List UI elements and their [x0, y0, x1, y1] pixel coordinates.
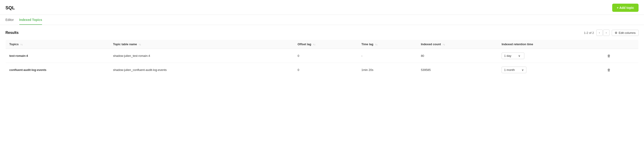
- cell-retention-1: 1 month ∨: [498, 63, 602, 77]
- retention-cell-0: 1 day ∨: [502, 52, 598, 59]
- sort-icon-offset-lag: ↑↓: [313, 43, 316, 46]
- topic-name-0: test-romain-4: [9, 54, 28, 58]
- retention-value-0: 1 day: [504, 54, 512, 58]
- cell-offset-lag-0: 0: [294, 49, 358, 63]
- col-header-offset-lag[interactable]: Offset lag ↑↓: [294, 40, 358, 49]
- sort-icon-topics: ↑↓: [20, 43, 23, 46]
- results-table: Topics ↑↓ Topic table name ↑↓ Offset lag…: [6, 40, 638, 77]
- cell-offset-lag-1: 0: [294, 63, 358, 77]
- cell-time-lag-0: -: [358, 49, 417, 63]
- col-label-topics: Topics: [9, 42, 18, 46]
- col-header-indexed-count[interactable]: Indexed count ↑↓: [417, 40, 498, 49]
- col-header-table-name[interactable]: Topic table name ↑↓: [110, 40, 294, 49]
- chevron-down-icon-1: ∨: [522, 68, 524, 72]
- gear-icon: ⚙: [615, 31, 618, 34]
- cell-action-1: 🗑: [602, 63, 638, 77]
- retention-dropdown-1[interactable]: 1 month ∨: [502, 66, 526, 73]
- delete-button-0[interactable]: 🗑: [606, 53, 612, 59]
- cell-table-name-1: shadow-julien_confluent-audit-log-events: [110, 63, 294, 77]
- cell-retention-0: 1 day ∨: [498, 49, 602, 63]
- results-controls: 1-2 of 2 ‹ › ⚙ Edit columns: [584, 30, 638, 36]
- table-row: confluent-audit-log-events shadow-julien…: [6, 63, 638, 77]
- col-label-indexed-count: Indexed count: [421, 42, 441, 46]
- retention-dropdown-0[interactable]: 1 day ∨: [502, 52, 524, 59]
- results-header: Results 1-2 of 2 ‹ › ⚙ Edit columns: [6, 30, 638, 36]
- col-label-table-name: Topic table name: [113, 42, 137, 46]
- chevron-down-icon: ∨: [518, 54, 520, 58]
- col-header-retention: Indexed retention time: [498, 40, 602, 49]
- pagination-info: 1-2 of 2: [584, 31, 594, 34]
- pagination-prev-button[interactable]: ‹: [596, 30, 603, 36]
- col-header-topics[interactable]: Topics ↑↓: [6, 40, 110, 49]
- col-label-retention: Indexed retention time: [502, 42, 533, 46]
- page-title: SQL: [6, 5, 15, 10]
- tabs-container: Editor Indexed Topics: [0, 15, 644, 25]
- add-topic-button[interactable]: + Add topic: [612, 4, 638, 12]
- content-area: Results 1-2 of 2 ‹ › ⚙ Edit columns Topi…: [0, 25, 644, 82]
- col-label-time-lag: Time lag: [361, 42, 373, 46]
- pagination-next-button[interactable]: ›: [603, 30, 610, 36]
- sort-icon-indexed-count: ↑↓: [442, 43, 445, 46]
- edit-columns-label: Edit columns: [619, 31, 636, 34]
- delete-button-1[interactable]: 🗑: [606, 67, 612, 73]
- sort-icon-table-name: ↑↓: [139, 43, 141, 46]
- page-wrapper: SQL + Add topic Editor Indexed Topics Re…: [0, 0, 644, 145]
- col-label-offset-lag: Offset lag: [298, 42, 311, 46]
- col-header-action: [602, 40, 638, 49]
- edit-columns-button[interactable]: ⚙ Edit columns: [612, 30, 638, 36]
- cell-table-name-0: shadow-julien_test-romain-4: [110, 49, 294, 63]
- cell-time-lag-1: 1min 20s: [358, 63, 417, 77]
- col-header-time-lag[interactable]: Time lag ↑↓: [358, 40, 417, 49]
- results-title: Results: [6, 31, 18, 35]
- tab-editor[interactable]: Editor: [6, 15, 14, 25]
- cell-indexed-count-1: 539585: [417, 63, 498, 77]
- tab-indexed-topics[interactable]: Indexed Topics: [19, 15, 42, 25]
- retention-value-1: 1 month: [504, 68, 515, 72]
- cell-topic-0: test-romain-4: [6, 49, 110, 63]
- sort-icon-time-lag: ↑↓: [375, 43, 378, 46]
- page-header: SQL + Add topic: [0, 0, 644, 15]
- table-row: test-romain-4 shadow-julien_test-romain-…: [6, 49, 638, 63]
- retention-cell-1: 1 month ∨: [502, 66, 598, 73]
- topic-name-1: confluent-audit-log-events: [9, 68, 46, 72]
- table-header-row: Topics ↑↓ Topic table name ↑↓ Offset lag…: [6, 40, 638, 49]
- cell-topic-1: confluent-audit-log-events: [6, 63, 110, 77]
- pagination-buttons: ‹ ›: [596, 30, 610, 36]
- cell-action-0: 🗑: [602, 49, 638, 63]
- cell-indexed-count-0: 80: [417, 49, 498, 63]
